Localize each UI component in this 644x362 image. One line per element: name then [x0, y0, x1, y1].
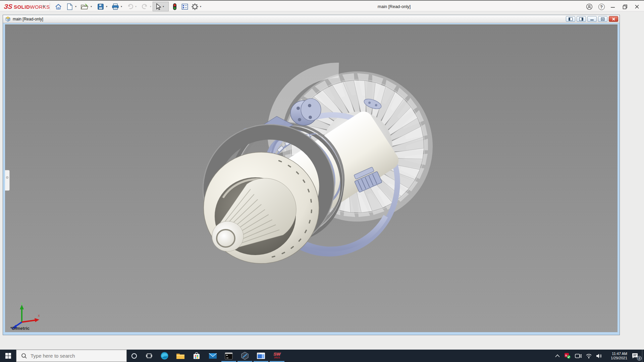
- edge-icon: [160, 352, 169, 360]
- right-pane-icon: [579, 17, 583, 21]
- jet-engine-model[interactable]: [193, 62, 448, 297]
- left-pane-toggle-button[interactable]: [566, 16, 575, 22]
- undo-icon: [126, 3, 134, 10]
- help-icon: ?: [598, 4, 605, 10]
- stoplight-icon: [172, 3, 177, 11]
- volume-icon: [596, 353, 602, 359]
- document-titlebar[interactable]: main [Read-only]: [3, 15, 620, 23]
- tray-solidworks-monitor[interactable]: S: [562, 350, 573, 362]
- select-cursor-icon: [154, 3, 162, 11]
- action-center-button[interactable]: 2: [628, 350, 642, 362]
- clock-date: 1/29/2021: [604, 356, 627, 360]
- document-window: main [Read-only]: [3, 15, 620, 335]
- undo-button[interactable]: [125, 2, 135, 11]
- document-minimize-button[interactable]: [587, 16, 597, 22]
- new-document-caret[interactable]: ▾: [75, 5, 76, 8]
- taskbar-app-edge[interactable]: [156, 350, 172, 362]
- print-caret[interactable]: ▾: [121, 5, 122, 8]
- solidworks-check-icon: S: [564, 353, 571, 359]
- tray-volume[interactable]: [594, 350, 604, 362]
- document-restore-button[interactable]: [598, 16, 607, 22]
- display-options-button[interactable]: [180, 2, 190, 11]
- graphics-viewport[interactable]: x *Dimetric: [5, 24, 618, 332]
- settings-button[interactable]: [190, 2, 200, 11]
- notification-count-badge: 2: [637, 356, 642, 361]
- show-desktop-button[interactable]: [642, 350, 644, 362]
- select-tool-caret[interactable]: ▾: [163, 5, 164, 8]
- account-button[interactable]: [584, 2, 594, 11]
- taskbar-app-hexagon[interactable]: [237, 350, 253, 362]
- taskbar-search[interactable]: [16, 350, 127, 362]
- tray-overflow-button[interactable]: [553, 350, 562, 362]
- panel-tab-handle-icon: [6, 176, 8, 179]
- home-icon: [55, 3, 62, 10]
- close-button[interactable]: [632, 2, 642, 11]
- window-title: main [Read-only]: [364, 4, 424, 9]
- search-input[interactable]: [31, 353, 121, 359]
- taskbar-app-store[interactable]: [189, 350, 205, 362]
- solidworks-taskbar-icon: SW 2021: [274, 353, 281, 359]
- tray-network[interactable]: [584, 350, 594, 362]
- redo-icon: [141, 3, 149, 10]
- document-close-button[interactable]: [609, 16, 618, 22]
- window-app-icon: [257, 352, 265, 359]
- clock-time: 11:47 AM: [604, 352, 627, 356]
- minimize-button[interactable]: [608, 2, 618, 11]
- search-icon: [21, 353, 27, 359]
- task-view-icon: [146, 353, 152, 359]
- undo-caret[interactable]: ▾: [135, 5, 137, 8]
- help-button[interactable]: ?: [596, 2, 606, 11]
- taskbar-app-terminal[interactable]: [221, 350, 237, 362]
- svg-text:S: S: [565, 354, 567, 357]
- taskbar-app-file-explorer[interactable]: [172, 350, 189, 362]
- assembly-cube-icon: [5, 16, 11, 22]
- settings-caret[interactable]: ▾: [200, 5, 201, 8]
- redo-caret[interactable]: ▾: [150, 5, 151, 8]
- new-document-icon: [66, 3, 73, 10]
- new-document-button[interactable]: [65, 2, 74, 11]
- start-button[interactable]: [0, 350, 16, 362]
- left-pane-icon: [569, 17, 573, 21]
- select-tool-button[interactable]: ▾: [153, 2, 169, 11]
- right-pane-toggle-button[interactable]: [577, 16, 586, 22]
- stoplight-button[interactable]: [170, 2, 179, 11]
- orientation-label: *Dimetric: [10, 326, 30, 331]
- open-button[interactable]: [80, 2, 89, 11]
- taskbar-app-mail[interactable]: [205, 350, 221, 362]
- taskbar-app-solidworks[interactable]: SW 2021: [269, 350, 285, 362]
- redo-button[interactable]: [140, 2, 150, 11]
- application-background: main [Read-only]: [0, 11, 644, 350]
- chevron-up-icon: [555, 354, 560, 357]
- home-button[interactable]: [54, 2, 63, 11]
- task-view-button[interactable]: [142, 350, 156, 362]
- app-titlebar: ЗSSOLIDWORKS ▶ ▾ ▾ ▾: [0, 0, 644, 11]
- file-explorer-icon: [176, 352, 185, 360]
- windows-logo-icon: [5, 353, 11, 359]
- taskbar-app-window[interactable]: [253, 350, 269, 362]
- cone-tip-ring: [217, 230, 235, 247]
- open-caret[interactable]: ▾: [91, 5, 92, 8]
- store-icon: [193, 352, 201, 360]
- mail-icon: [209, 352, 217, 359]
- restore-button[interactable]: [620, 2, 630, 11]
- restore-icon: [623, 4, 628, 9]
- gear-icon: [191, 3, 199, 11]
- command-prompt-icon: [225, 352, 233, 360]
- document-minimize-icon: [590, 17, 594, 21]
- tray-clock[interactable]: 11:47 AM 1/29/2021: [604, 350, 628, 362]
- save-button[interactable]: [96, 2, 105, 11]
- close-icon: [635, 4, 639, 9]
- save-caret[interactable]: ▾: [106, 5, 107, 8]
- solidworks-logo-mark: ЗS: [4, 3, 13, 10]
- cortana-button[interactable]: [127, 350, 142, 362]
- windows-taskbar: SW 2021 S: [0, 350, 644, 362]
- print-icon: [111, 3, 119, 10]
- camera-icon: [575, 353, 582, 359]
- cortana-icon: [131, 353, 137, 359]
- collapsed-panel-tab[interactable]: [5, 170, 10, 191]
- document-restore-icon: [601, 17, 605, 21]
- print-button[interactable]: [111, 2, 120, 11]
- triad-x-label: x: [38, 314, 40, 317]
- tray-meet-now[interactable]: [573, 350, 584, 362]
- toolbar-expander-icon[interactable]: ▶: [43, 4, 46, 8]
